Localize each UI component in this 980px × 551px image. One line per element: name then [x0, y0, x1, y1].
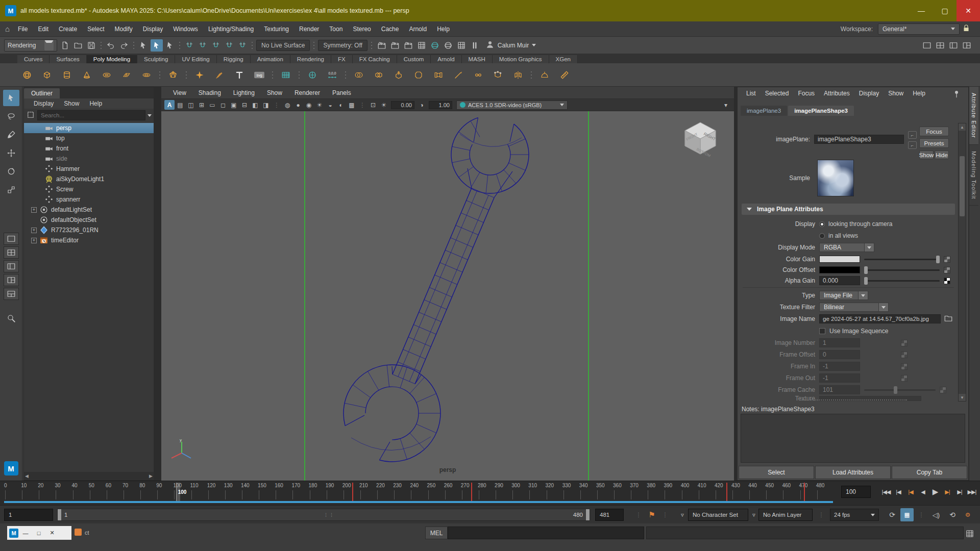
- shelf-construction-plane-icon[interactable]: [276, 65, 296, 85]
- shelf-tab[interactable]: XGen: [549, 55, 578, 63]
- ae-tab-imageplaneshape3[interactable]: imagePlaneShape3: [788, 106, 854, 116]
- command-line-input[interactable]: [448, 527, 644, 539]
- shelf-sculpt-icon[interactable]: [535, 65, 554, 85]
- status-divider[interactable]: [131, 39, 136, 52]
- show-button[interactable]: Show: [919, 151, 934, 159]
- range-end-handle[interactable]: [586, 509, 590, 520]
- alpha-gain-field[interactable]: 0.000: [819, 276, 860, 285]
- color-offset-map-button[interactable]: [944, 267, 950, 273]
- menu-item[interactable]: Help: [432, 21, 455, 37]
- no-live-surface-field[interactable]: No Live Surface: [256, 40, 310, 51]
- minimize-button[interactable]: —: [910, 0, 933, 21]
- menu-item[interactable]: Windows: [168, 21, 203, 37]
- radio-in-all-views[interactable]: [819, 233, 825, 239]
- outliner-menu-item[interactable]: Help: [85, 100, 107, 107]
- render-current-frame-button[interactable]: [376, 39, 388, 52]
- gate-mask-icon[interactable]: ▣: [229, 100, 239, 110]
- gamma-field[interactable]: 1.00: [429, 101, 452, 109]
- color-gain-swatch[interactable]: [819, 256, 860, 263]
- display-mode-dropdown[interactable]: RGBA: [819, 243, 864, 252]
- toggle-channel-box-button[interactable]: [947, 39, 960, 52]
- shelf-divider[interactable]: [270, 65, 276, 85]
- viewport-menu-item[interactable]: Renderer: [289, 89, 326, 96]
- render-settings-button[interactable]: [415, 39, 428, 52]
- ipr-render-button[interactable]: [389, 39, 401, 52]
- viewport-menu-item[interactable]: Panels: [327, 89, 357, 96]
- layout-four-pane-button[interactable]: [4, 246, 19, 259]
- shelf-tab[interactable]: FX Caching: [353, 55, 397, 63]
- shelf-tab[interactable]: Arnold: [431, 55, 461, 63]
- select-by-component-button[interactable]: [164, 39, 176, 52]
- script-editor-icon[interactable]: [964, 528, 976, 540]
- open-scene-button[interactable]: [72, 39, 84, 52]
- move-tool[interactable]: [3, 145, 19, 161]
- section-image-plane-attributes[interactable]: Image Plane Attributes: [742, 204, 955, 215]
- shelf-quad-draw-icon[interactable]: [488, 65, 508, 85]
- focus-button[interactable]: Focus: [919, 127, 949, 136]
- alpha-gain-map-button[interactable]: [944, 278, 950, 284]
- shelf-tab[interactable]: Motion Graphics: [493, 55, 549, 63]
- gamma-icon[interactable]: ◑: [416, 100, 427, 110]
- outliner-hscrollbar[interactable]: ◀ ▶: [24, 472, 154, 480]
- shelf-bridge-icon[interactable]: [429, 65, 448, 85]
- status-divider[interactable]: [177, 39, 182, 52]
- hide-button[interactable]: Hide: [935, 151, 949, 159]
- current-frame-field[interactable]: 100: [841, 486, 871, 498]
- shelf-tab[interactable]: UV Editing: [175, 55, 216, 63]
- save-scene-button[interactable]: [85, 39, 97, 52]
- shelf-svg-tool-icon[interactable]: svg: [250, 65, 269, 85]
- shelf-poly-sphere-icon[interactable]: [17, 65, 37, 85]
- time-slider-track[interactable]: 0102030405060708090100110120130140150160…: [4, 483, 833, 502]
- outliner-item-top[interactable]: + top: [24, 133, 154, 143]
- sync-icon[interactable]: ⟲: [946, 508, 959, 521]
- shelf-divider[interactable]: [157, 65, 163, 85]
- viewport-divider[interactable]: ⋮: [272, 100, 282, 110]
- layout-persp-outliner-button[interactable]: [4, 260, 19, 272]
- taskbar-app-icon[interactable]: [75, 529, 82, 536]
- shelf-tab[interactable]: Custom: [397, 55, 431, 63]
- browse-folder-icon[interactable]: [944, 314, 953, 324]
- shelf-multi-cut-icon[interactable]: [449, 65, 468, 85]
- shelf-divider[interactable]: [528, 65, 534, 85]
- image-plane-icon[interactable]: ◫: [186, 100, 196, 110]
- outliner-item-defaultlightset[interactable]: + defaultLightSet: [24, 205, 154, 215]
- exposure-icon[interactable]: ☀: [379, 100, 389, 110]
- node-nav-up-icon[interactable]: ⌐: [908, 131, 917, 139]
- shaded-mode-icon[interactable]: ●: [293, 100, 303, 110]
- camera-attributes-toggle[interactable]: A: [164, 100, 175, 110]
- command-language-button[interactable]: MEL: [425, 527, 448, 539]
- viewport-menu-item[interactable]: Show: [261, 89, 288, 96]
- select-by-object-button[interactable]: [151, 39, 163, 52]
- outliner-item-spannerr[interactable]: + spannerr: [24, 194, 154, 205]
- shelf-tab[interactable]: Rigging: [217, 55, 251, 63]
- shelf-target-weld-icon[interactable]: [469, 65, 488, 85]
- shelf-bevel-icon[interactable]: [409, 65, 428, 85]
- menu-item[interactable]: Create: [54, 21, 82, 37]
- ae-vscrollbar[interactable]: ▲ ▼: [958, 123, 966, 402]
- mini-minimize-icon[interactable]: —: [19, 527, 32, 539]
- menu-item[interactable]: File: [13, 21, 33, 37]
- attribute-editor-menu-item[interactable]: Help: [908, 90, 930, 97]
- lasso-tool[interactable]: [3, 108, 19, 124]
- attribute-editor-menu-item[interactable]: Focus: [793, 90, 819, 97]
- scroll-up-icon[interactable]: ▲: [959, 123, 966, 131]
- alpha-gain-slider[interactable]: [864, 280, 940, 282]
- viewport-menu-item[interactable]: View: [167, 89, 192, 96]
- color-gain-map-button[interactable]: [944, 256, 950, 263]
- menu-item[interactable]: Select: [82, 21, 109, 37]
- viewport-divider[interactable]: ⋮: [357, 100, 368, 110]
- shelf-type-tool-icon[interactable]: [230, 65, 249, 85]
- attribute-editor-menu-item[interactable]: Display: [854, 90, 884, 97]
- shelf-tab[interactable]: Animation: [251, 55, 290, 63]
- light-editor-button[interactable]: [455, 39, 468, 52]
- outliner-item-hammer[interactable]: + Hammer: [24, 164, 154, 174]
- shelf-tab[interactable]: Curves: [17, 55, 50, 63]
- outliner-item-reference[interactable]: + R7723296_01RN: [24, 225, 154, 235]
- step-back-frame-button[interactable]: |◀: [892, 485, 904, 499]
- shelf-combine-icon[interactable]: [369, 65, 388, 85]
- scroll-right-icon[interactable]: ▶: [149, 473, 153, 479]
- toggle-single-pane-button[interactable]: [921, 39, 933, 52]
- node-name-field[interactable]: imagePlaneShape3: [814, 135, 904, 144]
- undo-button[interactable]: [105, 39, 117, 52]
- evaluation-mode-icon[interactable]: ⚙: [962, 508, 974, 521]
